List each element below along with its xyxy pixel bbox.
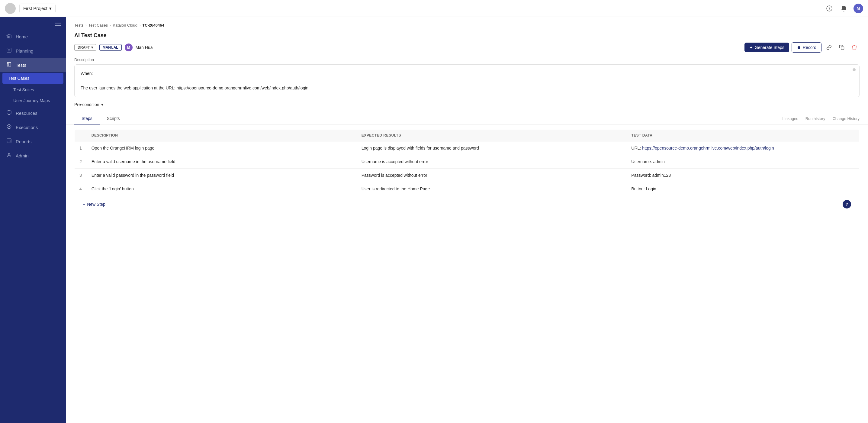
sidebar-item-home[interactable]: Home	[0, 30, 66, 44]
breadcrumb-test-cases[interactable]: Test Cases	[89, 23, 108, 28]
type-label: MANUAL	[103, 45, 118, 50]
admin-icon	[6, 152, 12, 159]
sidebar: Home Planning Tests Test Cases Test Suit…	[0, 17, 66, 423]
tab-steps[interactable]: Steps	[74, 113, 100, 124]
step-expected: Username is accepted without error	[357, 155, 627, 169]
tab-linkages[interactable]: Linkages	[782, 113, 798, 124]
col-header-description: DESCRIPTION	[87, 130, 357, 142]
step-test-data: Username: admin	[626, 155, 859, 169]
new-step-button[interactable]: + New Step	[83, 202, 105, 207]
sidebar-sub-item-user-journey-maps[interactable]: User Journey Maps	[0, 95, 66, 106]
step-expected: Login page is displayed with fields for …	[357, 142, 627, 155]
step-number: 3	[74, 169, 87, 182]
sidebar-label-admin: Admin	[16, 153, 29, 158]
precondition-section: Pre-condition ▾	[66, 102, 868, 113]
link-button[interactable]	[824, 42, 834, 53]
step-test-data[interactable]: URL: https://opensource-demo.orangehrmli…	[626, 142, 859, 155]
resources-icon	[6, 110, 12, 117]
topbar-left: First Project ▾	[5, 3, 56, 14]
col-header-num	[74, 130, 87, 142]
sidebar-sub-label-test-suites: Test Suites	[13, 87, 34, 92]
sidebar-item-admin[interactable]: Admin	[0, 149, 66, 163]
svg-rect-9	[841, 47, 844, 50]
tc-actions: ✦ Generate Steps ⏺ Record	[744, 42, 860, 53]
tab-change-history[interactable]: Change History	[832, 113, 860, 124]
copy-button[interactable]	[837, 42, 847, 53]
test-data-link[interactable]: https://opensource-demo.orangehrmlive.co…	[642, 146, 774, 150]
tab-run-history[interactable]: Run history	[805, 113, 826, 124]
sidebar-item-tests[interactable]: Tests	[0, 58, 66, 72]
sidebar-label-planning: Planning	[16, 48, 33, 54]
project-selector[interactable]: First Project ▾	[19, 4, 56, 13]
help-circle-button[interactable]: ?	[843, 200, 851, 209]
breadcrumb-katalon-cloud[interactable]: Katalon Cloud	[113, 23, 137, 28]
generate-steps-button[interactable]: ✦ Generate Steps	[744, 42, 789, 52]
precondition-label-text: Pre-condition	[74, 102, 99, 107]
breadcrumb-current: TC-2640464	[142, 23, 164, 28]
help-button[interactable]: ?	[825, 4, 834, 13]
sidebar-label-reports: Reports	[16, 139, 32, 144]
home-icon	[6, 33, 12, 40]
topbar: First Project ▾ ? M	[0, 0, 868, 17]
app-avatar	[5, 3, 16, 14]
notifications-button[interactable]	[839, 4, 849, 13]
step-expected: Password is accepted without error	[357, 169, 627, 182]
new-step-row: + New Step ?	[74, 196, 860, 213]
tab-scripts[interactable]: Scripts	[100, 113, 127, 124]
sidebar-item-executions[interactable]: Executions	[0, 120, 66, 134]
delete-button[interactable]	[849, 42, 860, 53]
step-number: 2	[74, 155, 87, 169]
sidebar-item-reports[interactable]: Reports	[0, 134, 66, 149]
step-number: 1	[74, 142, 87, 155]
breadcrumb-tests[interactable]: Tests	[74, 23, 83, 28]
status-label: DRAFT	[78, 45, 90, 50]
breadcrumb: Tests › Test Cases › Katalon Cloud › TC-…	[66, 17, 868, 30]
sidebar-toggle[interactable]	[0, 21, 66, 30]
svg-rect-3	[55, 24, 61, 24]
table-header: DESCRIPTION EXPECTED RESULTS TEST DATA	[74, 130, 860, 142]
topbar-right: ? M	[825, 4, 863, 13]
new-step-label: New Step	[87, 202, 105, 207]
status-chevron: ▾	[91, 45, 93, 50]
svg-point-8	[8, 153, 10, 155]
description-dot	[852, 68, 856, 71]
assignee-name: Man Hua	[135, 45, 153, 50]
steps-section: DESCRIPTION EXPECTED RESULTS TEST DATA 1…	[66, 124, 868, 423]
status-badge[interactable]: DRAFT ▾	[74, 44, 96, 51]
breadcrumb-sep-1: ›	[85, 23, 86, 28]
precondition-toggle[interactable]: Pre-condition ▾	[74, 102, 860, 107]
record-button[interactable]: ⏺ Record	[792, 42, 822, 53]
tabs-container: Steps Scripts Linkages Run history Chang…	[66, 113, 868, 124]
sidebar-label-tests: Tests	[16, 63, 26, 68]
breadcrumb-sep-3: ›	[139, 23, 141, 28]
assignee-avatar: M	[125, 43, 132, 51]
type-badge[interactable]: MANUAL	[99, 44, 122, 51]
tests-icon	[6, 62, 12, 68]
project-chevron: ▾	[49, 6, 52, 11]
tabs-left: Steps Scripts	[74, 113, 127, 124]
svg-text:?: ?	[829, 7, 830, 11]
sidebar-sub-item-test-cases[interactable]: Test Cases	[2, 73, 63, 84]
svg-rect-4	[55, 25, 61, 26]
sidebar-label-resources: Resources	[16, 111, 37, 116]
breadcrumb-sep-2: ›	[110, 23, 111, 28]
sidebar-item-resources[interactable]: Resources	[0, 106, 66, 120]
step-description: Enter a valid username in the username f…	[87, 155, 357, 169]
tc-meta: DRAFT ▾ MANUAL M Man Hua ✦ Generate Step…	[74, 42, 860, 53]
step-expected: User is redirected to the Home Page	[357, 182, 627, 196]
sidebar-sub-label-user-journey-maps: User Journey Maps	[13, 98, 50, 103]
table-row: 4Click the 'Login' buttonUser is redirec…	[74, 182, 860, 196]
col-header-expected: EXPECTED RESULTS	[357, 130, 627, 142]
record-icon: ⏺	[797, 45, 801, 50]
sidebar-item-planning[interactable]: Planning	[0, 44, 66, 58]
description-box[interactable]: When: The user launches the web applicat…	[74, 64, 860, 97]
user-avatar[interactable]: M	[854, 4, 863, 13]
step-description: Click the 'Login' button	[87, 182, 357, 196]
description-label: Description	[74, 57, 860, 62]
sidebar-sub-item-test-suites[interactable]: Test Suites	[0, 84, 66, 95]
description-section: Description When: The user launches the …	[66, 57, 868, 102]
generate-icon: ✦	[749, 45, 753, 50]
svg-rect-2	[55, 22, 61, 22]
table-row: 1Open the OrangeHRM login pageLogin page…	[74, 142, 860, 155]
col-header-test-data: TEST DATA	[626, 130, 859, 142]
